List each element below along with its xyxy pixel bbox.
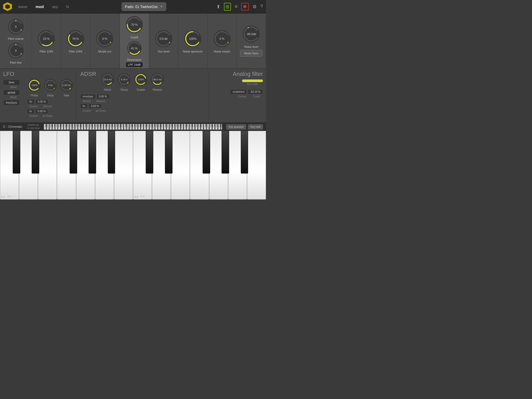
tab-wave[interactable]: wave (16, 3, 29, 10)
black-key-as3[interactable] (241, 131, 248, 174)
noise-morph-knob[interactable]: 0 % (212, 29, 232, 48)
lfo-phase-knob[interactable]: -100% (27, 78, 42, 92)
settings-icon[interactable]: ⚙ (252, 4, 257, 10)
share-icon[interactable]: ⬆ (216, 4, 220, 10)
black-key-cs3[interactable] (146, 131, 153, 174)
adsr-env-amount-btn[interactable]: 0.00 % (97, 94, 109, 99)
key-hold-button[interactable]: Key hold (248, 124, 263, 129)
noise-level-group: -80.0db Noise level Noise Sync (237, 14, 266, 68)
lfo-keysync-button[interactable]: KeySync (3, 100, 20, 105)
lfo-source-labels1: Source Amount (27, 105, 74, 108)
key-track-button[interactable] (242, 79, 263, 82)
black-key-gs3[interactable] (222, 131, 229, 174)
add-preset-icon[interactable]: + (160, 4, 163, 9)
resonance-knob[interactable]: 41 % (126, 40, 143, 57)
lfo-wave-label: Wave (3, 86, 24, 89)
adsr-env-labels1: Source Amount (80, 100, 109, 103)
black-key-fs3[interactable] (203, 131, 210, 174)
pitch-coarse-knob[interactable]: 0 (7, 18, 25, 36)
black-key-ds2[interactable] (32, 131, 39, 174)
adsr-env-source-btn[interactable]: envelope (80, 94, 96, 99)
c3-label: C 3 (134, 196, 138, 198)
noise-spectrum-label: Noise spectrum (183, 50, 203, 53)
adsr-env-src-label: Source (80, 100, 93, 103)
help-icon[interactable]: ? (260, 4, 263, 9)
black-key-as2[interactable] (108, 131, 115, 174)
adsr-attack-knob[interactable]: 22.6 ms (100, 72, 115, 87)
record-icon[interactable]: ⏺ (241, 3, 249, 10)
black-key-fs2[interactable] (70, 131, 77, 174)
noise-level-value: -80.0db (247, 32, 256, 36)
logo-inner (5, 4, 10, 9)
key-hint: Double tapto size keys (28, 124, 40, 130)
filter-135-knob[interactable]: 29 % (37, 29, 56, 48)
analog-mod-labels: Control Cutoff (213, 95, 263, 98)
noise-spectrum-knob[interactable]: 100% (183, 29, 202, 48)
filter-246-knob[interactable]: 78 % (66, 29, 85, 48)
noise-sync-button[interactable]: Noise Sync (240, 50, 262, 57)
noise-level-knob[interactable]: -80.0db (242, 24, 261, 44)
black-key-ds3[interactable] (165, 131, 172, 174)
adsr-release-knob[interactable]: 48.5 ms (150, 72, 165, 87)
analog-mod-amount-btn[interactable]: -62.10 % (248, 89, 263, 94)
grid-icon[interactable]: ⊞ (224, 3, 231, 11)
lfo-wave-button[interactable]: Sine (3, 79, 20, 85)
lfo-title: LFO (3, 71, 24, 77)
lfo-rate-knob[interactable]: 1.00 Hz (59, 78, 74, 92)
adsr-attack-group: 22.6 ms Attack (100, 72, 115, 91)
adsr-decay-knob[interactable]: 0.18 s (117, 72, 131, 87)
adsr-knob-row: 22.6 ms Attack 0.18 s (100, 72, 165, 91)
piano-keys-container: C 2 C 3 (0, 131, 266, 200)
lfo-mode-label: Mode (3, 96, 24, 99)
white-key-e2[interactable] (38, 131, 57, 200)
lfo-source-btn[interactable]: lfo (27, 99, 35, 104)
morph-ab-knob[interactable]: 0 % (95, 29, 114, 48)
lfo-mode-button[interactable]: global (3, 90, 20, 95)
pitch-fine-knob[interactable]: 0 (7, 42, 25, 59)
scale-label: C - Chromatic (3, 125, 22, 129)
morph-ab-group: 0 % Morph a-b (90, 14, 120, 68)
analog-mod-control-btn[interactable]: modwheel (230, 89, 247, 94)
adsr-title: ADSR (80, 71, 96, 77)
tab-arp[interactable]: arp (50, 3, 60, 10)
filter-246-label: Filter 2/4/6 (69, 50, 82, 53)
noise-spectrum-group: 100% Noise spectrum (178, 14, 208, 68)
cutoff-knob[interactable]: 70 % (125, 15, 144, 34)
logo[interactable] (3, 2, 12, 11)
filter-135-value: 29 % (43, 37, 50, 40)
lfo-fix-amount-btn[interactable]: 0.00 % (35, 109, 48, 114)
lfo-fix-btn[interactable]: fix (27, 109, 34, 114)
black-key-cs2[interactable] (13, 131, 20, 174)
adsr-fix-row: fix 0.00 % (80, 104, 109, 109)
tab-mod[interactable]: mod (34, 3, 46, 10)
adsr-sustain-knob[interactable]: 100% (134, 72, 148, 87)
lfo-phase-value: -100% (31, 84, 38, 87)
analog-ctrl-label: Control (236, 95, 249, 98)
lfo-amount-btn[interactable]: 0.00 % (36, 99, 48, 104)
tab-fx[interactable]: fx (64, 3, 71, 10)
white-key-e3[interactable] (171, 131, 190, 200)
black-key-gs2[interactable] (89, 131, 96, 174)
mid-section: LFO Sine Wave global Mode KeySync - (0, 69, 266, 123)
menu-icon[interactable]: ≡ (235, 4, 237, 9)
key-quantize-button[interactable]: Key quantize (226, 124, 246, 129)
osc-level-knob[interactable]: 0.0 db (154, 29, 173, 48)
white-key-b2[interactable] (114, 131, 133, 200)
adsr-ctrl-label: Control (80, 109, 93, 112)
adsr-fix-amount-btn[interactable]: 0.00 % (89, 104, 101, 109)
lfo-delay-knob[interactable]: 0.0s (43, 78, 58, 92)
pitch-coarse-label: Pitch coarse (8, 37, 24, 40)
noise-morph-value: 0 % (220, 37, 224, 40)
note-c1: C1 (72, 127, 75, 129)
adsr-release-value: 48.5 ms (153, 78, 162, 81)
adsr-fix-btn[interactable]: fix (80, 104, 88, 109)
adsr-env-amt-label: Amount (94, 100, 107, 103)
preset-selector[interactable]: Pads: 01 TwelveOsc + (122, 2, 166, 11)
adsr-source-area: envelope 0.00 % Source Amount fix 0.00 %… (80, 93, 204, 112)
adsr-release-group: 48.5 ms Release (150, 72, 165, 91)
white-key-b3[interactable] (247, 131, 266, 200)
adsr-decay-label: Decay (121, 88, 128, 91)
c2-label: C 2 (1, 196, 5, 198)
lpf-badge[interactable]: LPF 24dB (126, 62, 143, 67)
lfo-delay-label: Delay (47, 94, 54, 97)
